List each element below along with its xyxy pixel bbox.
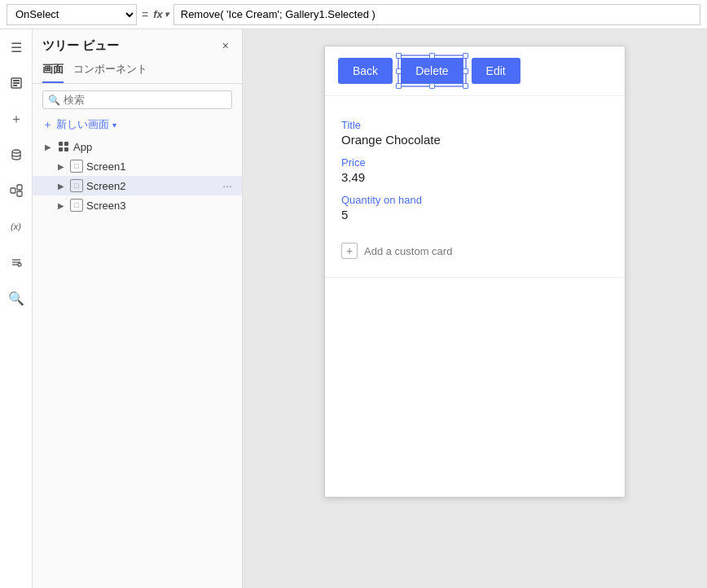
close-button[interactable]: × — [219, 37, 232, 54]
svg-rect-1 — [13, 80, 20, 81]
svg-point-4 — [12, 150, 20, 153]
new-screen-button[interactable]: ＋ 新しい画面 ▾ — [33, 116, 242, 137]
screen-icon: □ — [70, 179, 83, 192]
app-preview-form: Title Orange Chocolate Price 3.49 Quanti… — [325, 96, 625, 277]
edit-button[interactable]: Edit — [472, 58, 520, 84]
svg-rect-5 — [11, 188, 15, 193]
search-icon: 🔍 — [48, 94, 60, 106]
chevron-right-icon: ▶ — [42, 141, 54, 152]
handle-bm — [429, 83, 435, 89]
main-area: ☰ ＋ (x) — [0, 29, 707, 588]
sidebar-icons: ☰ ＋ (x) — [0, 29, 33, 588]
equals-symbol: = — [142, 8, 148, 21]
canvas-area: Back Delete Edit Title Orange Chocolat — [243, 29, 707, 588]
tree-item-app[interactable]: ▶ App — [33, 137, 242, 156]
plus-icon: + — [341, 243, 358, 259]
app-icon — [57, 140, 70, 153]
search-input[interactable] — [64, 94, 226, 106]
chevron-down-icon[interactable]: ▾ — [165, 10, 169, 19]
search-sidebar-icon[interactable]: 🔍 — [5, 287, 28, 309]
tree-panel-header: ツリー ビュー × — [33, 29, 242, 59]
chevron-right-icon: ▶ — [55, 200, 67, 211]
component-icon[interactable] — [5, 179, 28, 202]
add-custom-card-button[interactable]: + Add a custom card — [341, 238, 608, 264]
formula-input[interactable] — [173, 4, 700, 25]
svg-rect-15 — [64, 147, 68, 151]
chevron-down-icon: ▾ — [112, 121, 116, 129]
svg-rect-14 — [59, 147, 63, 151]
screen3-label: Screen3 — [86, 200, 235, 212]
price-label: Price — [341, 156, 608, 169]
svg-rect-3 — [13, 85, 17, 86]
plus-icon[interactable]: ＋ — [5, 108, 28, 130]
property-select[interactable]: OnSelect — [7, 4, 137, 25]
tree-items: ▶ App ▶ □ Screen1 ▶ — [33, 137, 242, 588]
back-button[interactable]: Back — [338, 58, 393, 84]
svg-point-11 — [18, 263, 21, 266]
screen1-label: Screen1 — [86, 160, 235, 173]
handle-ml — [396, 68, 402, 74]
svg-rect-12 — [59, 142, 63, 146]
svg-rect-6 — [17, 185, 22, 190]
hamburger-icon[interactable]: ☰ — [5, 36, 28, 59]
screen2-label: Screen2 — [86, 180, 216, 192]
tab-components[interactable]: コンポーネント — [73, 59, 147, 83]
screen-icon: □ — [70, 199, 83, 212]
new-screen-label: 新しい画面 — [56, 117, 109, 132]
handle-mr — [463, 68, 468, 74]
tab-screens[interactable]: 画面 — [42, 59, 64, 83]
tree-item-screen1[interactable]: ▶ □ Screen1 — [33, 156, 242, 176]
handle-tr — [463, 53, 468, 59]
layers-icon[interactable] — [5, 72, 28, 94]
add-custom-card-label: Add a custom card — [364, 245, 452, 257]
tree-item-screen3[interactable]: ▶ □ Screen3 — [33, 195, 242, 215]
fx-indicator: fx ▾ — [153, 8, 169, 20]
delete-button[interactable]: Delete — [399, 56, 464, 86]
app-preview-bottom — [325, 277, 625, 497]
tree-panel: ツリー ビュー × 画面 コンポーネント 🔍 ＋ 新しい画面 ▾ ▶ — [33, 29, 243, 588]
app-label: App — [73, 141, 235, 153]
delete-button-wrapper: Delete — [399, 56, 464, 86]
svg-rect-7 — [17, 191, 22, 196]
handle-br — [463, 83, 468, 89]
app-preview-toolbar: Back Delete Edit — [325, 46, 625, 96]
tree-item-screen2[interactable]: ▶ □ Screen2 ··· — [33, 176, 242, 195]
more-options-icon[interactable]: ··· — [219, 179, 235, 192]
svg-rect-13 — [64, 142, 68, 146]
tree-tabs: 画面 コンポーネント — [33, 59, 242, 84]
plus-icon: ＋ — [42, 117, 53, 132]
tree-panel-title: ツリー ビュー — [42, 38, 119, 54]
title-value: Orange Chocolate — [341, 133, 608, 147]
price-value: 3.49 — [341, 170, 608, 184]
tree-search-box: 🔍 — [42, 90, 232, 109]
tools-icon[interactable] — [5, 251, 28, 274]
handle-tm — [429, 53, 435, 59]
screen-icon: □ — [70, 160, 83, 173]
top-bar: OnSelect = fx ▾ — [0, 0, 707, 29]
quantity-label: Quantity on hand — [341, 194, 608, 206]
quantity-value: 5 — [341, 208, 608, 222]
handle-bl — [396, 83, 402, 89]
svg-rect-2 — [13, 82, 20, 84]
variables-icon[interactable]: (x) — [5, 215, 28, 238]
chevron-right-icon: ▶ — [55, 180, 67, 191]
fx-label: fx — [153, 8, 163, 20]
handle-tl — [396, 53, 402, 59]
chevron-right-icon: ▶ — [55, 160, 67, 172]
title-label: Title — [341, 119, 608, 131]
database-icon[interactable] — [5, 143, 28, 166]
app-preview: Back Delete Edit Title Orange Chocolat — [324, 46, 626, 498]
